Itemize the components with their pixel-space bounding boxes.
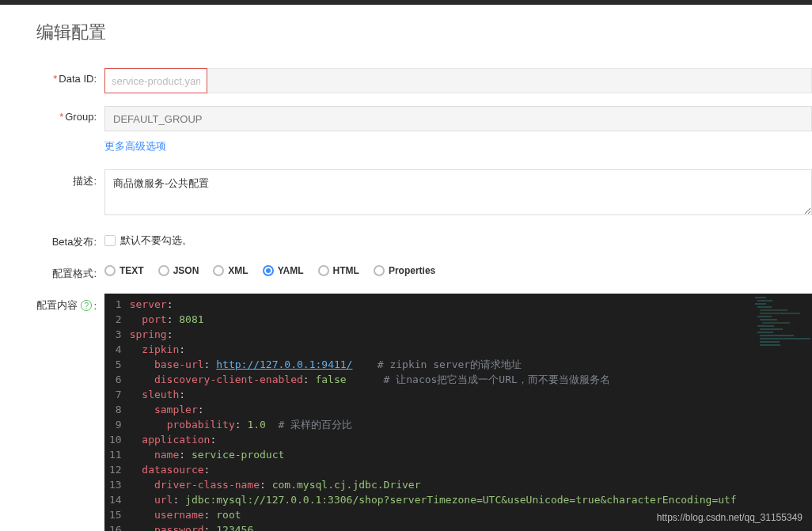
page-title: 编辑配置 xyxy=(36,21,812,44)
label-beta: Beta发布: xyxy=(36,230,104,249)
main-container: 编辑配置 *Data ID: *Group: 更多高级选项 描述: Beta发布… xyxy=(0,5,812,531)
radio-icon xyxy=(213,265,224,276)
row-content: 配置内容 ? : 12345678910111213141516 server:… xyxy=(36,294,812,531)
radio-label: YAML xyxy=(278,265,304,276)
radio-group-format: TEXTJSONXMLYAMLHTMLProperties xyxy=(104,262,812,276)
watermark: https://blog.csdn.net/qq_31155349 xyxy=(657,512,803,523)
input-data-id[interactable] xyxy=(104,68,207,93)
radio-icon xyxy=(374,265,385,276)
editor-gutter: 12345678910111213141516 xyxy=(104,294,130,531)
radio-label: TEXT xyxy=(120,265,144,276)
checkbox-beta-text: 默认不要勾选。 xyxy=(120,233,192,248)
radio-format-xml[interactable]: XML xyxy=(213,265,248,276)
help-icon[interactable]: ? xyxy=(81,300,92,311)
radio-format-yaml[interactable]: YAML xyxy=(263,265,304,276)
row-format: 配置格式: TEXTJSONXMLYAMLHTMLProperties xyxy=(36,262,812,281)
label-group: *Group: xyxy=(36,106,104,123)
editor-code[interactable]: server: port: 8081spring: zipkin: base-u… xyxy=(130,294,812,531)
radio-format-html[interactable]: HTML xyxy=(318,265,359,276)
more-options-link[interactable]: 更多高级选项 xyxy=(104,137,166,152)
row-group: *Group: xyxy=(36,106,812,131)
row-beta: Beta发布: 默认不要勾选。 xyxy=(36,230,812,249)
radio-format-text[interactable]: TEXT xyxy=(104,265,144,276)
input-group[interactable] xyxy=(104,106,812,131)
radio-label: Properties xyxy=(389,265,435,276)
label-desc: 描述: xyxy=(36,169,104,188)
radio-format-properties[interactable]: Properties xyxy=(374,265,435,276)
label-data-id: *Data ID: xyxy=(36,68,104,85)
radio-icon xyxy=(158,265,169,276)
row-more-options: 更多高级选项 xyxy=(36,139,812,154)
row-data-id: *Data ID: xyxy=(36,68,812,93)
radio-icon xyxy=(318,265,329,276)
input-data-id-tail xyxy=(207,68,812,93)
radio-label: HTML xyxy=(333,265,359,276)
label-format: 配置格式: xyxy=(36,262,104,281)
checkbox-beta[interactable] xyxy=(104,235,116,246)
radio-icon xyxy=(263,265,274,276)
input-desc[interactable] xyxy=(104,169,812,215)
radio-format-json[interactable]: JSON xyxy=(158,265,199,276)
row-desc: 描述: xyxy=(36,169,812,218)
code-editor[interactable]: 12345678910111213141516 server: port: 80… xyxy=(104,294,812,531)
radio-label: XML xyxy=(228,265,248,276)
radio-icon xyxy=(104,265,116,276)
radio-label: JSON xyxy=(173,265,199,276)
label-content: 配置内容 ? : xyxy=(36,294,104,313)
